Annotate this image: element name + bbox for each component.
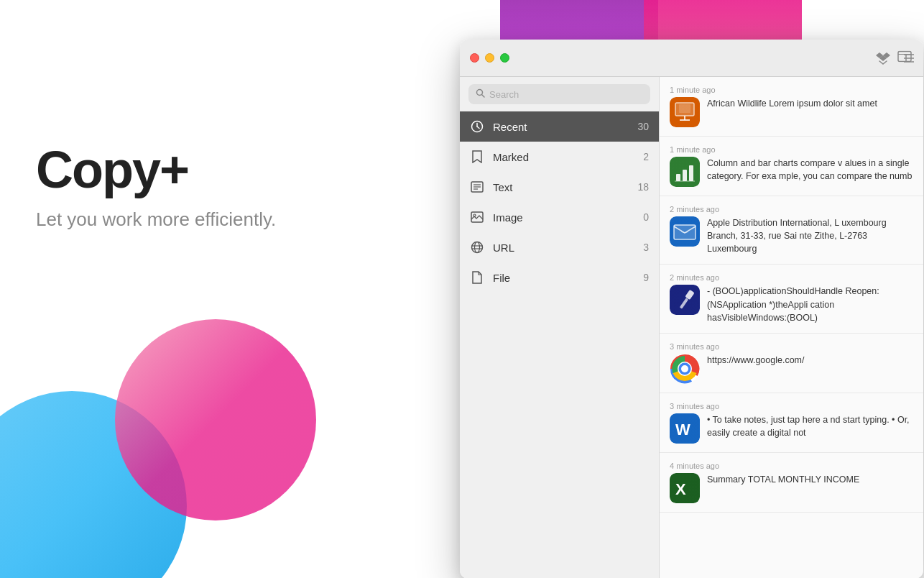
svg-rect-28 xyxy=(683,170,687,181)
minimize-button[interactable] xyxy=(485,53,494,63)
app-icon-chrome xyxy=(670,354,700,384)
sidebar-item-recent[interactable]: Recent 30 xyxy=(460,111,659,142)
url-count: 3 xyxy=(643,242,649,253)
sidebar-nav: Recent 30 Marked 2 xyxy=(460,111,659,578)
file-count: 9 xyxy=(643,272,649,283)
url-label: URL xyxy=(493,242,634,254)
sidebar-item-text[interactable]: Text 18 xyxy=(460,172,659,202)
search-icon xyxy=(476,88,485,100)
item-content: Apple Distribution International, L uxem… xyxy=(670,216,913,255)
recent-label: Recent xyxy=(493,121,629,133)
image-count: 0 xyxy=(643,211,649,223)
svg-point-42 xyxy=(681,365,688,372)
svg-point-18 xyxy=(475,242,480,253)
svg-rect-29 xyxy=(689,165,693,181)
svg-point-16 xyxy=(473,214,476,216)
marked-count: 2 xyxy=(643,151,649,162)
clock-icon xyxy=(470,119,484,134)
item-text: Column and bar charts compare v alues in… xyxy=(707,157,913,183)
item-text: African Wildlife Lorem ipsum dolor sit a… xyxy=(707,97,913,110)
marked-label: Marked xyxy=(493,151,634,163)
item-text: • To take notes, just tap here a nd star… xyxy=(707,413,913,439)
timestamp: 2 minutes ago xyxy=(670,205,913,214)
svg-rect-32 xyxy=(674,225,696,239)
item-text: https://www.google.com/ xyxy=(707,354,913,367)
clipboard-item[interactable]: 1 minute ago xyxy=(660,137,923,196)
traffic-lights xyxy=(460,53,509,63)
timestamp: 3 minutes ago xyxy=(670,402,913,410)
search-placeholder: Search xyxy=(489,89,643,100)
sidebar-item-url[interactable]: URL 3 xyxy=(460,232,659,262)
clipboard-item[interactable]: 4 minutes ago X xyxy=(660,453,923,513)
item-content: https://www.google.com/ xyxy=(670,354,913,384)
file-icon xyxy=(470,270,484,285)
app-icon-keynote xyxy=(670,97,700,127)
titlebar xyxy=(460,40,923,77)
left-content: Copy+ Let you work more efficiently. xyxy=(36,144,276,231)
close-button[interactable] xyxy=(470,53,479,63)
clipboard-item[interactable]: 3 minutes ago W xyxy=(660,393,923,453)
text-icon xyxy=(470,180,484,194)
app-icon-word: W xyxy=(670,413,700,444)
app-subtitle: Let you work more efficiently. xyxy=(36,208,276,231)
svg-text:W: W xyxy=(675,421,690,439)
item-text: Summary TOTAL MONTHLY INCOME xyxy=(707,473,913,486)
app-icon-mail xyxy=(670,216,700,247)
item-text: Apple Distribution International, L uxem… xyxy=(707,216,913,255)
bookmark-icon xyxy=(470,150,484,164)
image-label: Image xyxy=(493,211,634,224)
sidebar: Search Recent 30 xyxy=(460,77,660,578)
sidebar-item-marked[interactable]: Marked 2 xyxy=(460,142,659,172)
timestamp: 4 minutes ago xyxy=(670,462,913,470)
svg-text:X: X xyxy=(675,480,686,498)
recent-count: 30 xyxy=(637,121,649,132)
clipboard-panel: 1 minute ago xyxy=(660,77,923,578)
app-icon-numbers xyxy=(670,157,700,187)
clipboard-item[interactable]: 2 minutes ago xyxy=(660,196,923,265)
image-icon xyxy=(470,210,484,224)
app-window: Search Recent 30 xyxy=(460,40,923,578)
item-content: X Summary TOTAL MONTHLY INCOME xyxy=(670,473,913,503)
item-content: W • To take notes, just tap here a nd st… xyxy=(670,413,913,444)
svg-rect-33 xyxy=(670,285,700,315)
svg-point-17 xyxy=(472,242,483,253)
dropbox-icon[interactable] xyxy=(872,47,895,70)
clipboard-item[interactable]: 1 minute ago xyxy=(660,77,923,137)
fullscreen-button[interactable] xyxy=(500,53,509,63)
timestamp: 1 minute ago xyxy=(670,86,913,94)
sidebar-item-file[interactable]: File 9 xyxy=(460,262,659,293)
list-view-icon[interactable] xyxy=(897,47,920,70)
clipboard-item[interactable]: 2 minutes ago xyxy=(660,265,923,333)
item-text: - (BOOL)applicationShouldHandle Reopen:(… xyxy=(707,285,913,324)
svg-line-10 xyxy=(477,127,479,129)
svg-rect-23 xyxy=(679,104,690,113)
app-title: Copy+ xyxy=(36,144,276,196)
globe-icon xyxy=(470,240,484,254)
search-bar[interactable]: Search xyxy=(468,84,650,104)
file-label: File xyxy=(493,272,634,284)
item-content: African Wildlife Lorem ipsum dolor sit a… xyxy=(670,97,913,127)
app-icon-excel: X xyxy=(670,473,700,503)
svg-rect-27 xyxy=(676,174,680,181)
item-content: Column and bar charts compare v alues in… xyxy=(670,157,913,187)
item-content: - (BOOL)applicationShouldHandle Reopen:(… xyxy=(670,285,913,324)
text-count: 18 xyxy=(637,181,649,193)
window-body: Search Recent 30 xyxy=(460,77,923,578)
timestamp: 1 minute ago xyxy=(670,145,913,154)
svg-line-7 xyxy=(482,95,485,98)
clipboard-item[interactable]: 3 minutes ago xyxy=(660,334,923,393)
text-label: Text xyxy=(493,181,629,193)
sidebar-item-image[interactable]: Image 0 xyxy=(460,202,659,232)
timestamp: 2 minutes ago xyxy=(670,273,913,282)
timestamp: 3 minutes ago xyxy=(670,342,913,351)
bg-blob-pink xyxy=(115,319,316,520)
app-icon-xcode xyxy=(670,285,700,315)
